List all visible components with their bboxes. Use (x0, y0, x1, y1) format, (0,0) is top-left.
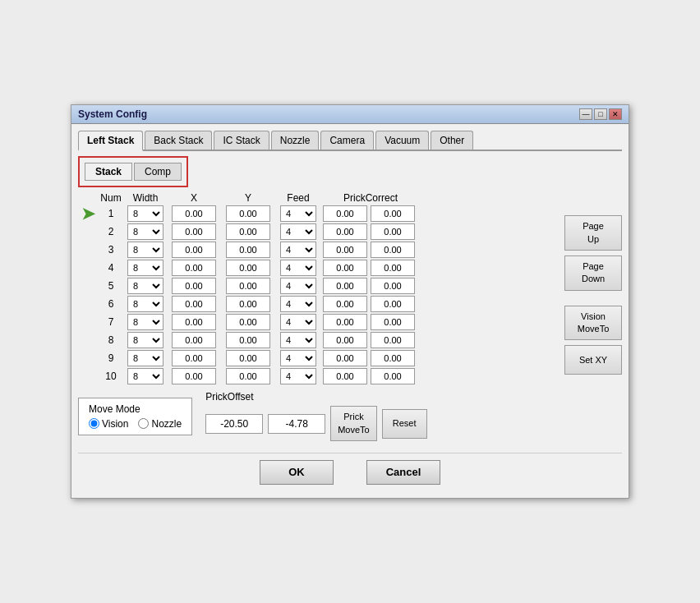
table-row: 4 8 4 (78, 260, 558, 276)
feed-dropdown[interactable]: 4 (280, 242, 316, 258)
close-button[interactable]: ✕ (609, 108, 622, 120)
reset-button[interactable]: Reset (382, 409, 427, 439)
move-mode-group: Move Mode Vision Nozzle (78, 398, 192, 435)
tab-ic-stack[interactable]: IC Stack (214, 131, 269, 150)
prick-offset-value1[interactable] (205, 414, 263, 434)
minimize-button[interactable]: — (579, 108, 592, 120)
width-dropdown[interactable]: 841216 (127, 205, 163, 222)
prick-offset-label: PrickOffset (205, 391, 427, 403)
prick-move-to-button[interactable]: Prick MoveTo (330, 406, 377, 441)
radio-vision[interactable] (89, 418, 99, 429)
row-num: 6 (98, 298, 124, 310)
table-row: 9 8 4 (78, 350, 558, 366)
row-num: 10 (98, 371, 124, 382)
feed-dropdown[interactable]: 4 (280, 314, 316, 330)
width-dropdown[interactable]: 8 (127, 350, 163, 366)
radio-nozzle[interactable] (138, 418, 149, 429)
row-y[interactable] (221, 205, 275, 222)
table-row: 8 8 4 (78, 332, 558, 348)
width-dropdown[interactable]: 8 (127, 296, 163, 312)
table-row: 3 8 4 (78, 242, 558, 258)
feed-dropdown[interactable]: 428 (280, 223, 316, 240)
radio-nozzle-label[interactable]: Nozzle (138, 418, 182, 430)
title-bar-buttons: — □ ✕ (579, 108, 622, 120)
row-num: 8 (98, 334, 124, 346)
feed-dropdown[interactable]: 4 (280, 296, 316, 312)
prick-offset-value2[interactable] (268, 414, 325, 434)
row-num: 7 (98, 316, 124, 328)
table-header-row: Num Width X Y Feed PrickCorrect (78, 192, 558, 204)
row-num: 4 (98, 262, 124, 274)
row-num: 9 (98, 352, 124, 364)
feed-dropdown[interactable]: 4 (280, 332, 316, 348)
header-feed: Feed (275, 192, 321, 204)
tab-left-stack[interactable]: Left Stack (78, 131, 143, 151)
row-num: 1 (98, 208, 124, 219)
table-area: Num Width X Y Feed PrickCorrect ➤ 1 (78, 192, 558, 386)
move-mode-radio-row: Vision Nozzle (89, 418, 182, 430)
content-area: Num Width X Y Feed PrickCorrect ➤ 1 (78, 192, 622, 386)
system-config-window: System Config — □ ✕ Left Stack Back Stac… (71, 104, 629, 499)
row-arrow-icon: ➤ (81, 205, 95, 222)
table-row: 7 8 4 (78, 314, 558, 330)
sub-tab-comp[interactable]: Comp (134, 163, 182, 181)
row-num: 2 (98, 226, 124, 237)
width-dropdown[interactable]: 8 (127, 278, 163, 294)
page-up-button[interactable]: Page Up (564, 215, 622, 251)
set-xy-button[interactable]: Set XY (564, 345, 622, 375)
table-row: 2 8412 428 (78, 223, 558, 240)
table-row: 10 8 4 (78, 368, 558, 384)
header-x: X (167, 192, 221, 204)
row-num: 5 (98, 280, 124, 292)
table-row: 6 8 4 (78, 296, 558, 312)
width-dropdown[interactable]: 8 (127, 242, 163, 258)
header-y: Y (221, 192, 275, 204)
tab-back-stack[interactable]: Back Stack (145, 131, 212, 150)
feed-dropdown[interactable]: 4 (280, 278, 316, 294)
dialog-buttons: OK Cancel (78, 453, 622, 491)
width-dropdown[interactable]: 8 (127, 332, 163, 348)
prick-offset-group: PrickOffset Prick MoveTo Reset (205, 391, 427, 441)
radio-vision-label[interactable]: Vision (89, 418, 128, 430)
feed-dropdown[interactable]: 4 (280, 368, 316, 384)
row-num: 3 (98, 244, 124, 255)
row-pc1[interactable] (321, 205, 369, 222)
table-row: 5 8 4 (78, 278, 558, 294)
row-x[interactable] (167, 205, 221, 222)
page-down-button[interactable]: Page Down (564, 255, 622, 291)
sub-tab-stack[interactable]: Stack (85, 163, 132, 181)
row-feed-select[interactable]: 428 (275, 205, 321, 222)
move-mode-label: Move Mode (89, 403, 182, 415)
side-buttons: Page Up Page Down Vision MoveTo Set XY (564, 192, 622, 386)
tab-nozzle[interactable]: Nozzle (271, 131, 320, 150)
ok-button[interactable]: OK (260, 460, 334, 485)
table-row: ➤ 1 841216 428 (78, 205, 558, 222)
window-body: Left Stack Back Stack IC Stack Nozzle Ca… (71, 124, 629, 498)
tab-camera[interactable]: Camera (320, 131, 374, 150)
main-tab-strip: Left Stack Back Stack IC Stack Nozzle Ca… (78, 131, 622, 151)
bottom-area: Move Mode Vision Nozzle PrickOffset Pric… (78, 391, 622, 441)
width-dropdown[interactable]: 8412 (127, 223, 163, 240)
feed-dropdown[interactable]: 428 (280, 205, 316, 222)
feed-dropdown[interactable]: 4 (280, 260, 316, 276)
vision-move-to-button[interactable]: Vision MoveTo (564, 306, 622, 341)
width-dropdown[interactable]: 8 (127, 314, 163, 330)
width-dropdown[interactable]: 8 (127, 260, 163, 276)
cancel-button[interactable]: Cancel (366, 460, 440, 485)
sub-tab-panel: Stack Comp (78, 156, 188, 187)
tab-other[interactable]: Other (431, 131, 473, 150)
table-rows: ➤ 1 841216 428 (78, 205, 558, 384)
row-pc2[interactable] (369, 205, 417, 222)
header-width: Width (124, 192, 167, 204)
window-title: System Config (78, 108, 147, 120)
header-num: Num (98, 192, 124, 204)
header-prick-correct: PrickCorrect (321, 192, 420, 204)
maximize-button[interactable]: □ (594, 108, 607, 120)
feed-dropdown[interactable]: 4 (280, 350, 316, 366)
prick-offset-row: Prick MoveTo Reset (205, 406, 427, 441)
title-bar: System Config — □ ✕ (71, 105, 629, 124)
row-width-select[interactable]: 841216 (124, 205, 167, 222)
tab-vacuum[interactable]: Vacuum (375, 131, 429, 150)
width-dropdown[interactable]: 8 (127, 368, 163, 384)
